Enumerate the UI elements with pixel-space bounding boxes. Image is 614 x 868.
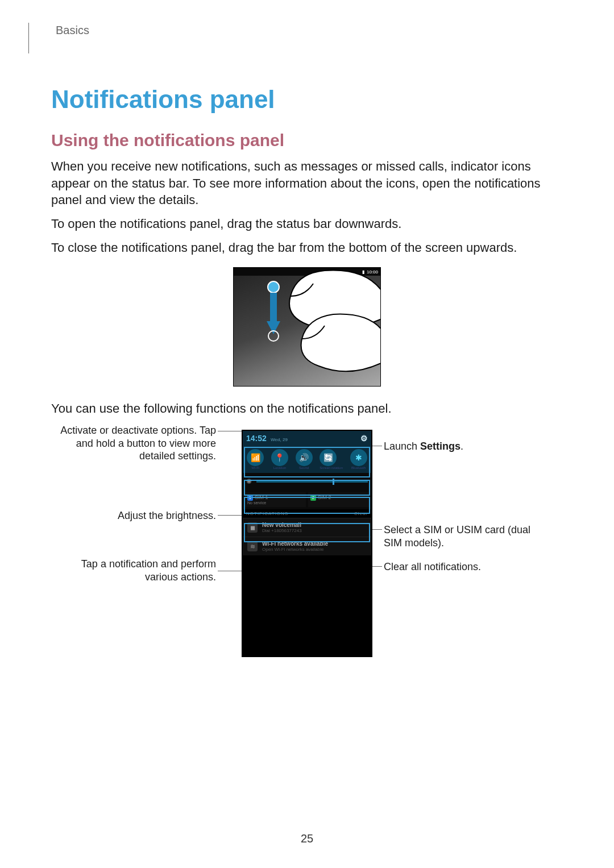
paragraph-intro: When you receive new notifications, such… (51, 158, 563, 209)
callout-text: . (460, 441, 463, 452)
figure-swipe-gesture: ▮ 10:00 (233, 267, 381, 387)
header-divider (28, 23, 29, 53)
wifi-available-icon: ≋ (247, 541, 258, 551)
panel-topbar: 14:52 Wed, 29 ⚙ (243, 431, 371, 446)
settings-gear-icon[interactable]: ⚙ (360, 434, 368, 443)
lead-line (372, 529, 382, 530)
brightness-slider[interactable] (256, 481, 368, 483)
paragraph-open: To open the notifications panel, drag th… (51, 215, 563, 232)
page-number: 25 (0, 832, 614, 845)
callout-bold: Settings (420, 441, 460, 452)
lead-line (218, 515, 243, 516)
callout-highlight-toggles (244, 447, 370, 477)
panel-time: 14:52 (246, 434, 267, 443)
page-title: Notifications panel (51, 85, 563, 114)
panel-date: Wed, 29 (271, 437, 288, 442)
callout-highlight-sim (244, 497, 370, 514)
callout-clear-all: Clear all notifications. (384, 560, 532, 574)
callout-text: Launch (384, 441, 420, 452)
notification-subtitle: Open Wi-Fi networks available (262, 547, 328, 552)
lead-line (218, 571, 243, 571)
callout-launch-settings: Launch Settings. (384, 440, 543, 453)
callout-brightness: Adjust the brightness. (51, 509, 216, 522)
section-subtitle: Using the notifications panel (51, 131, 563, 150)
paragraph-close: To close the notifications panel, drag t… (51, 239, 563, 256)
lead-line (371, 446, 382, 446)
paragraph-functions: You can use the following functions on t… (51, 400, 563, 417)
figure-annotated-panel: Activate or deactivate options. Tap and … (51, 424, 563, 686)
callout-notification-action: Tap a notification and perform various a… (51, 558, 216, 583)
hand-bottom-icon (291, 308, 381, 387)
callout-select-sim: Select a SIM or USIM card (dual SIM mode… (384, 524, 532, 549)
phone-screenshot: 14:52 Wed, 29 ⚙ 📶Wi-Fi 📍Location 🔊Sound … (242, 430, 372, 657)
callout-highlight-notification (244, 523, 370, 542)
callout-toggle-options: Activate or deactivate options. Tap and … (51, 424, 216, 463)
breadcrumb: Basics (51, 23, 563, 37)
